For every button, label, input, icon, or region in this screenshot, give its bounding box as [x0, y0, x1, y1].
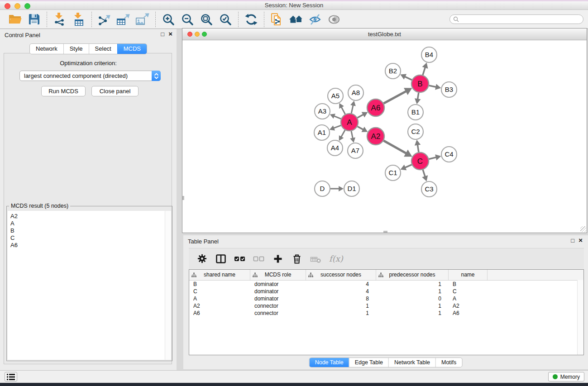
graph-node-A6[interactable]: A6 — [367, 99, 384, 116]
mcds-result-scrollbar[interactable] — [165, 211, 171, 360]
graph-edge-C-C2[interactable] — [417, 145, 419, 152]
graph-node-C4[interactable]: C4 — [441, 147, 457, 162]
table-cell[interactable]: 1 — [306, 310, 376, 317]
tab-select[interactable]: Select — [89, 44, 117, 54]
mcds-result-item[interactable]: A2 — [10, 213, 171, 220]
table-cell[interactable]: B — [189, 281, 250, 288]
run-mcds-button[interactable]: Run MCDS — [41, 86, 86, 96]
search-input[interactable] — [461, 16, 583, 23]
deselect-all-columns-button[interactable] — [253, 253, 265, 265]
tab-edge-table[interactable]: Edge Table — [349, 358, 388, 367]
column-header-predecessor-nodes[interactable]: predecessor nodes — [376, 270, 449, 280]
tab-network-table[interactable]: Network Table — [388, 358, 435, 367]
graph-node-A4[interactable]: A4 — [327, 140, 343, 156]
graph-node-A[interactable]: A — [341, 114, 358, 131]
import-table-button[interactable] — [70, 11, 87, 28]
graph-edge-A-A8[interactable] — [351, 105, 353, 113]
open-session-button[interactable] — [6, 11, 24, 28]
graph-node-C2[interactable]: C2 — [408, 124, 423, 139]
node-table-scrollbar[interactable] — [577, 280, 583, 355]
network-zoom-button[interactable] — [202, 32, 207, 37]
export-network-button[interactable] — [96, 11, 113, 28]
table-cell[interactable]: A2 — [189, 302, 250, 310]
zoom-selected-button[interactable] — [217, 11, 234, 28]
tab-style[interactable]: Style — [63, 44, 89, 54]
hide-button[interactable] — [306, 11, 324, 28]
import-network-button[interactable] — [51, 11, 68, 28]
frame-resize-mark-bottom[interactable] — [383, 231, 387, 233]
graph-node-B4[interactable]: B4 — [421, 47, 437, 62]
graph-node-A8[interactable]: A8 — [348, 85, 363, 100]
table-cell[interactable]: 1 — [376, 281, 449, 288]
table-cell[interactable]: A6 — [189, 310, 250, 317]
save-session-button[interactable] — [25, 11, 43, 28]
table-row[interactable]: A2connector11A2 — [189, 302, 583, 310]
table-cell[interactable]: A6 — [449, 310, 488, 317]
tab-motifs[interactable]: Motifs — [435, 358, 462, 367]
table-cell[interactable]: 4 — [306, 288, 376, 295]
graph-node-C[interactable]: C — [411, 152, 429, 170]
graph-edge-A-A2[interactable] — [358, 126, 363, 129]
export-table-button[interactable] — [115, 11, 132, 28]
graph-node-A5[interactable]: A5 — [328, 88, 343, 104]
column-header-mcds-role[interactable]: MCDS role — [250, 270, 306, 280]
table-cell[interactable]: 1 — [376, 302, 449, 310]
graph-node-A2[interactable]: A2 — [367, 128, 384, 145]
refresh-button[interactable] — [243, 11, 260, 28]
table-cell[interactable]: dominator — [250, 281, 306, 288]
graph-edge-B-B4[interactable] — [423, 67, 425, 75]
close-window-button[interactable] — [5, 3, 10, 9]
memory-button[interactable]: Memory — [548, 372, 584, 381]
create-column-button[interactable] — [272, 253, 284, 265]
column-header-name[interactable]: name — [449, 270, 488, 280]
table-panel-float-icon[interactable]: □ — [571, 238, 574, 244]
home-button[interactable] — [287, 11, 305, 28]
table-cell[interactable]: B — [449, 281, 488, 288]
graph-edge-A-A4[interactable] — [341, 130, 345, 137]
table-cell[interactable]: 4 — [306, 281, 376, 288]
control-panel-float-icon[interactable]: □ — [161, 31, 164, 38]
graph-edge-C-C3[interactable] — [423, 170, 425, 176]
graph-node-A3[interactable]: A3 — [315, 104, 330, 119]
table-cell[interactable]: C — [449, 288, 488, 295]
table-cell[interactable]: connector — [250, 302, 306, 310]
table-cell[interactable]: 1 — [306, 302, 376, 310]
search-field[interactable] — [449, 14, 583, 24]
graph-edge-A-A3[interactable] — [334, 116, 341, 119]
table-cell[interactable]: A — [449, 295, 488, 302]
graph-node-C3[interactable]: C3 — [421, 181, 437, 197]
network-graph[interactable]: B4B2BB3A8A5A6A3B1AC2A1A2A4A7C4CC1DD1C3 — [182, 40, 587, 233]
graph-node-A7[interactable]: A7 — [348, 143, 363, 158]
delete-table-button[interactable] — [310, 253, 322, 265]
table-row[interactable]: Cdominator41C — [189, 288, 583, 295]
zoom-window-button[interactable] — [24, 3, 30, 9]
zoom-fit-button[interactable] — [198, 11, 215, 28]
table-cell[interactable]: dominator — [250, 295, 306, 302]
tab-mcds[interactable]: MCDS — [117, 44, 147, 54]
select-all-columns-button[interactable] — [234, 253, 246, 265]
table-cell[interactable]: A2 — [449, 302, 488, 310]
network-close-button[interactable] — [187, 32, 192, 37]
task-history-button[interactable] — [5, 372, 17, 381]
mcds-result-item[interactable]: C — [10, 234, 171, 242]
function-builder-button[interactable]: f(x) — [329, 253, 343, 265]
graph-edge-A6-B[interactable] — [384, 91, 406, 104]
frame-resize-mark-left[interactable] — [182, 196, 184, 200]
table-cell[interactable]: A — [189, 295, 250, 302]
table-cell[interactable]: dominator — [250, 288, 306, 295]
control-panel-close-icon[interactable]: × — [168, 31, 172, 37]
graph-edge-A-A7[interactable] — [351, 131, 353, 138]
clone-network-button[interactable] — [268, 11, 286, 28]
zoom-out-button[interactable] — [179, 11, 196, 28]
table-row[interactable]: Adominator80A — [189, 295, 583, 302]
table-cell[interactable]: connector — [250, 310, 306, 317]
table-cell[interactable]: 1 — [376, 288, 449, 295]
graph-node-B1[interactable]: B1 — [408, 105, 423, 120]
graph-node-D[interactable]: D — [315, 181, 330, 196]
table-cell[interactable]: 0 — [376, 295, 449, 302]
graph-node-D1[interactable]: D1 — [344, 181, 359, 196]
optimization-criterion-select[interactable]: largest connected component (directed) — [19, 71, 161, 81]
export-image-button[interactable] — [134, 11, 151, 28]
table-cell[interactable]: 1 — [376, 310, 449, 317]
delete-column-button[interactable] — [291, 253, 303, 265]
